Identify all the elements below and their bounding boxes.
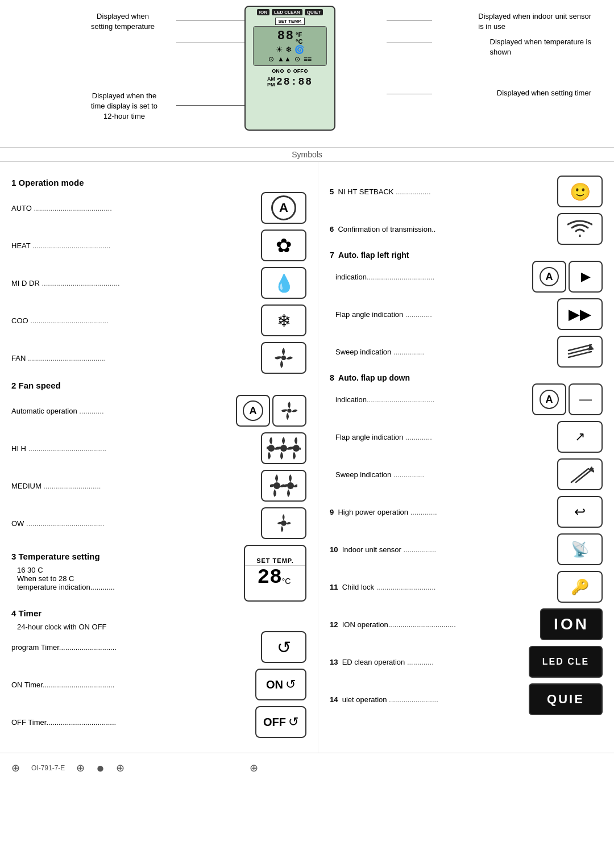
icon-fan: [261, 342, 306, 374]
symbols-header: Symbols: [0, 148, 614, 162]
section-2-header: 2 Fan speed: [11, 381, 306, 390]
label-sweep-lr: Sweep indication ...............: [330, 348, 557, 356]
row-sweep-ud: Sweep indication ...............: [330, 458, 603, 490]
svg-point-5: [273, 482, 280, 489]
label-flap-angle-ud: Flap angle indication .............: [330, 433, 557, 441]
row-led-clean: 13 ED clean operation ............. LED …: [330, 646, 603, 678]
icon-confirm-trans: [557, 213, 603, 245]
svg-point-1: [287, 408, 291, 412]
crosshair-right: ⊕: [116, 762, 125, 774]
svg-point-0: [281, 356, 286, 360]
circle-mark: ●: [96, 760, 105, 776]
row-flap-angle-lr: Flap angle indication ............. ▶▶: [330, 298, 603, 330]
row-middr: MI D DR ................................…: [11, 267, 306, 299]
row-24h-timer: program Timer...........................…: [11, 631, 306, 663]
icon-cool: ❄: [261, 304, 306, 336]
row-medium: MEDIUM ............................: [11, 470, 306, 502]
icon-flap-lr: ▶: [569, 261, 603, 293]
icon-a-circle-ud: A: [532, 383, 566, 415]
label-medium: MEDIUM ............................: [11, 482, 261, 490]
icon-flap-ud-double: A —: [532, 383, 603, 415]
icon-low: [261, 507, 306, 539]
icon-24h-timer: ↺: [261, 631, 306, 663]
label-heat: HEAT ...................................…: [11, 241, 261, 250]
label-24h-timer: program Timer...........................…: [11, 643, 261, 652]
set-temp-box: SET TEMP. 28 °C: [244, 545, 306, 602]
row-fan: FAN ....................................…: [11, 342, 306, 374]
temp-range: 16 30 C: [11, 566, 235, 574]
label-auto: AUTO ...................................…: [11, 204, 261, 212]
arrow-line-4: [387, 43, 432, 43]
on-label: ON: [266, 678, 283, 691]
arrow-line-5: [387, 94, 432, 94]
svg-point-6: [287, 482, 294, 489]
remote-display-main: 88 °F °C ☀ ❄ 🌀 ⊙ ▲▲ ⊙ ≡≡: [253, 26, 327, 66]
section-3-area: 3 Temperature setting 16 30 C When set t…: [11, 545, 306, 602]
row-flap-lr-indication: indication..............................…: [330, 261, 603, 293]
section-3-header: 3 Temperature setting: [11, 552, 235, 561]
temp-indication-label: temperature indication............: [11, 583, 235, 591]
svg-point-3: [280, 445, 287, 452]
annotation-timer: Displayed when setting timer: [497, 88, 591, 98]
row-ion-operation: 12 ION operation........................…: [330, 608, 603, 640]
icon-auto-op: A: [236, 395, 306, 427]
icon-auto-fan: [272, 395, 306, 427]
section-4-area: 4 Timer 24-hour clock with ON OFF progra…: [11, 608, 306, 738]
label-flap-ud-indication: indication..............................…: [330, 395, 532, 404]
annotation-indoor-sensor: Displayed when indoor unit sensor is in …: [478, 11, 591, 32]
label-flap-angle-lr: Flap angle indication .............: [330, 310, 557, 319]
svg-point-4: [293, 445, 300, 452]
section-3-labels: 3 Temperature setting 16 30 C When set t…: [11, 545, 235, 591]
icon-sweep-lr: [557, 336, 603, 368]
left-column: 1 Operation mode AUTO ..................…: [0, 162, 318, 753]
svg-point-2: [268, 445, 275, 452]
svg-point-7: [281, 520, 287, 526]
remote-display: ION LED CLEAN QUIET SET TEMP. 88 °F °C ☀…: [244, 6, 335, 131]
footer-content: ⊕ OI-791-7-E ⊕ ● ⊕ ⊕: [11, 760, 603, 776]
label-flap-lr-indication: indication..............................…: [330, 273, 532, 281]
row-high: HI H ...................................…: [11, 432, 306, 464]
arrow-line-6: [176, 105, 244, 106]
section-4-header: 4 Timer: [11, 608, 306, 618]
label-high-power: 9 High power operation .............: [330, 508, 557, 516]
row-flap-angle-ud: Flap angle indication ............. ↗: [330, 421, 603, 453]
annotation-temp-shown: Displayed when temperature is shown: [490, 37, 591, 57]
label-fan: FAN ....................................…: [11, 354, 261, 362]
label-sweep-ud: Sweep indication ...............: [330, 470, 557, 479]
label-on-timer: ON Timer................................…: [11, 681, 255, 689]
label-child-lock: 11 Child lock ..........................…: [330, 583, 557, 591]
doc-id: OI-791-7-E: [31, 764, 65, 772]
off-label: OFF: [263, 716, 286, 729]
remote-units: °F °C: [296, 31, 302, 45]
icon-heat: ✿: [261, 229, 306, 261]
remote-on-off-row: ON⊙ ⊙ OFF⊙: [272, 68, 308, 74]
label-led-clean: 13 ED clean operation .............: [330, 658, 529, 666]
remote-time-row: AM PM 28:88: [267, 76, 313, 87]
row-cool: COO ....................................…: [11, 304, 306, 336]
set-temp-display: 28 °C: [258, 566, 293, 589]
set-temp-unit: °C: [282, 577, 291, 586]
label-middr: MI D DR ................................…: [11, 279, 261, 287]
top-diagram-section: Displayed when setting temperature Displ…: [0, 0, 614, 148]
row-high-power: 9 High power operation ............. ↩: [330, 496, 603, 528]
icon-flap-lr-double: A ▶: [532, 261, 603, 293]
icon-medium: [261, 470, 306, 502]
row-auto-operation: Automatic operation ............ A: [11, 395, 306, 427]
row-sweep-lr: Sweep indication ...............: [330, 336, 603, 368]
section-8-area: 8 Auto. flap up down indication.........…: [330, 373, 603, 490]
row-child-lock: 11 Child lock ..........................…: [330, 571, 603, 603]
remote-mode-icons: ☀ ❄ 🌀: [256, 45, 324, 54]
section-8-header: 8 Auto. flap up down: [330, 373, 603, 382]
label-ion-operation: 12 ION operation........................…: [330, 620, 540, 629]
label-low: OW .....................................…: [11, 519, 261, 528]
icon-high: [261, 432, 306, 464]
remote-ampm: AM PM: [267, 76, 275, 87]
main-content: 1 Operation mode AUTO ..................…: [0, 162, 614, 753]
label-confirm-trans: 6 Confirmation of transmission..: [330, 225, 557, 233]
icon-high-power: ↩: [557, 496, 603, 528]
row-quiet: 14 uiet operation ......................…: [330, 683, 603, 715]
quiet-badge: QUIET: [305, 9, 323, 15]
section-7-area: 7 Auto. flap left right indication......…: [330, 251, 603, 368]
label-night-setback: 5 NI HT SETBACK .................: [330, 187, 557, 196]
label-off-timer: OFF Timer...............................…: [11, 718, 255, 727]
